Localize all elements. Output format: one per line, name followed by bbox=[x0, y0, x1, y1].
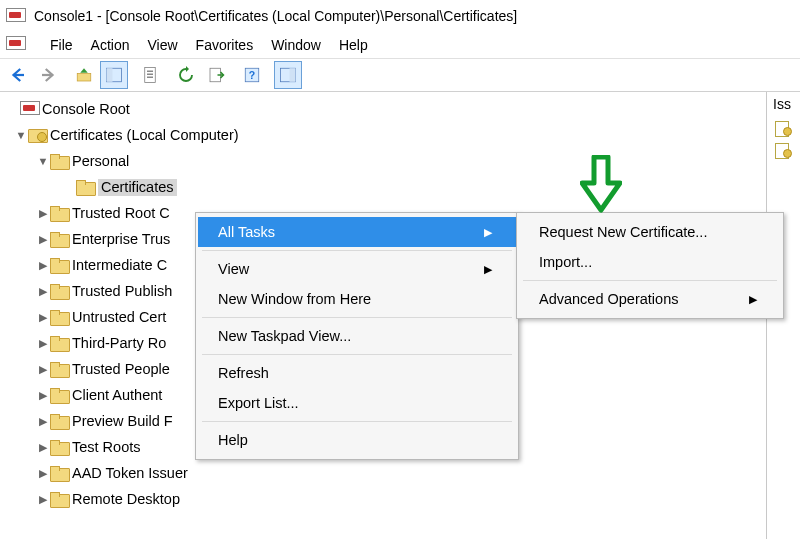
forward-button[interactable] bbox=[34, 61, 62, 89]
menu-item-label: All Tasks bbox=[218, 224, 275, 240]
menu-item-label: Refresh bbox=[218, 365, 269, 381]
expand-icon[interactable]: ▶ bbox=[36, 467, 50, 480]
svg-rect-2 bbox=[107, 68, 113, 82]
expand-icon[interactable]: ▶ bbox=[36, 311, 50, 324]
menu-file[interactable]: File bbox=[50, 37, 73, 53]
folder-icon bbox=[50, 440, 68, 454]
tree-label: AAD Token Issuer bbox=[72, 465, 188, 481]
menu-separator bbox=[523, 280, 777, 281]
menu-item-label: Help bbox=[218, 432, 248, 448]
folder-icon bbox=[50, 206, 68, 220]
tree-node[interactable]: ▶AAD Token Issuer bbox=[6, 460, 766, 486]
menu-item-import[interactable]: Import... bbox=[519, 247, 781, 277]
toolbar: ? bbox=[0, 59, 800, 92]
tree-label: Remote Desktop bbox=[72, 491, 180, 507]
show-hide-action-pane-button[interactable] bbox=[274, 61, 302, 89]
submenu-arrow-icon: ▶ bbox=[749, 293, 757, 306]
tree-label: Trusted Root C bbox=[72, 205, 170, 221]
menu-item-new-taskpad[interactable]: New Taskpad View... bbox=[198, 321, 516, 351]
tree-label: Trusted Publish bbox=[72, 283, 172, 299]
certificate-icon bbox=[773, 143, 790, 159]
tree-label: Client Authent bbox=[72, 387, 162, 403]
menu-item-help[interactable]: Help bbox=[198, 425, 516, 455]
folder-icon bbox=[76, 180, 94, 194]
expand-icon[interactable]: ▶ bbox=[36, 493, 50, 506]
folder-icon bbox=[50, 284, 68, 298]
expand-icon[interactable]: ▶ bbox=[36, 233, 50, 246]
tree-node-certificates-selected[interactable]: Certificates bbox=[6, 174, 766, 200]
tree-label: Test Roots bbox=[72, 439, 141, 455]
window-title: Console1 - [Console Root\Certificates (L… bbox=[34, 8, 517, 24]
expand-icon[interactable]: ▶ bbox=[36, 207, 50, 220]
menu-item-request-new-certificate[interactable]: Request New Certificate... bbox=[519, 217, 781, 247]
tree-label-selected: Certificates bbox=[98, 179, 177, 196]
tree-node-personal[interactable]: ▼ Personal bbox=[6, 148, 766, 174]
menu-item-export-list[interactable]: Export List... bbox=[198, 388, 516, 418]
menu-item-label: Import... bbox=[539, 254, 592, 270]
expand-icon[interactable]: ▶ bbox=[36, 415, 50, 428]
svg-rect-5 bbox=[147, 74, 153, 76]
list-item[interactable] bbox=[773, 140, 794, 162]
menu-item-advanced-operations[interactable]: Advanced Operations ▶ bbox=[519, 284, 781, 314]
menu-window[interactable]: Window bbox=[271, 37, 321, 53]
folder-icon bbox=[50, 310, 68, 324]
menu-item-label: View bbox=[218, 261, 249, 277]
show-hide-tree-button[interactable] bbox=[100, 61, 128, 89]
folder-icon bbox=[50, 336, 68, 350]
tree-node[interactable]: ▶Remote Desktop bbox=[6, 486, 766, 512]
expand-icon[interactable]: ▶ bbox=[36, 441, 50, 454]
menu-item-view[interactable]: View ▶ bbox=[198, 254, 516, 284]
folder-icon bbox=[50, 232, 68, 246]
tree-label: Console Root bbox=[42, 101, 130, 117]
menu-favorites[interactable]: Favorites bbox=[196, 37, 254, 53]
menu-view[interactable]: View bbox=[147, 37, 177, 53]
export-list-button[interactable] bbox=[202, 61, 230, 89]
svg-rect-4 bbox=[147, 71, 153, 73]
folder-icon bbox=[50, 362, 68, 376]
menu-item-label: Request New Certificate... bbox=[539, 224, 707, 240]
tree-label: Preview Build F bbox=[72, 413, 173, 429]
menu-item-refresh[interactable]: Refresh bbox=[198, 358, 516, 388]
menu-bar: File Action View Favorites Window Help bbox=[0, 32, 800, 59]
mmc-app-icon bbox=[6, 8, 24, 24]
back-button[interactable] bbox=[4, 61, 32, 89]
expand-icon[interactable]: ▶ bbox=[36, 259, 50, 272]
folder-icon bbox=[50, 492, 68, 506]
menu-item-label: New Taskpad View... bbox=[218, 328, 351, 344]
context-submenu-all-tasks: Request New Certificate... Import... Adv… bbox=[516, 212, 784, 319]
expand-icon[interactable]: ▶ bbox=[36, 389, 50, 402]
svg-rect-6 bbox=[147, 77, 153, 79]
tree-label: Trusted People bbox=[72, 361, 170, 377]
svg-rect-0 bbox=[77, 74, 91, 82]
folder-icon bbox=[50, 258, 68, 272]
menu-item-new-window[interactable]: New Window from Here bbox=[198, 284, 516, 314]
help-button[interactable]: ? bbox=[238, 61, 266, 89]
menu-item-all-tasks[interactable]: All Tasks ▶ bbox=[198, 217, 516, 247]
tree-label: Enterprise Trus bbox=[72, 231, 170, 247]
context-menu: All Tasks ▶ View ▶ New Window from Here … bbox=[195, 212, 519, 460]
tree-node-console-root[interactable]: Console Root bbox=[6, 96, 766, 122]
menu-separator bbox=[202, 421, 512, 422]
svg-rect-11 bbox=[290, 68, 296, 82]
menu-separator bbox=[202, 250, 512, 251]
properties-button[interactable] bbox=[136, 61, 164, 89]
menu-separator bbox=[202, 354, 512, 355]
refresh-button[interactable] bbox=[172, 61, 200, 89]
folder-icon bbox=[50, 388, 68, 402]
menu-item-label: New Window from Here bbox=[218, 291, 371, 307]
expand-icon[interactable]: ▶ bbox=[36, 337, 50, 350]
up-button[interactable] bbox=[70, 61, 98, 89]
certificates-icon bbox=[28, 127, 46, 143]
tree-label: Untrusted Cert bbox=[72, 309, 166, 325]
folder-icon bbox=[50, 154, 68, 168]
expand-icon[interactable]: ▶ bbox=[36, 285, 50, 298]
menu-help[interactable]: Help bbox=[339, 37, 368, 53]
expand-icon[interactable]: ▶ bbox=[36, 363, 50, 376]
menu-action[interactable]: Action bbox=[91, 37, 130, 53]
collapse-icon[interactable]: ▼ bbox=[36, 155, 50, 167]
list-item[interactable] bbox=[773, 118, 794, 140]
collapse-icon[interactable]: ▼ bbox=[14, 129, 28, 141]
submenu-arrow-icon: ▶ bbox=[484, 226, 492, 239]
tree-node-certificates-local-computer[interactable]: ▼ Certificates (Local Computer) bbox=[6, 122, 766, 148]
column-header-issued[interactable]: Iss bbox=[773, 96, 794, 112]
